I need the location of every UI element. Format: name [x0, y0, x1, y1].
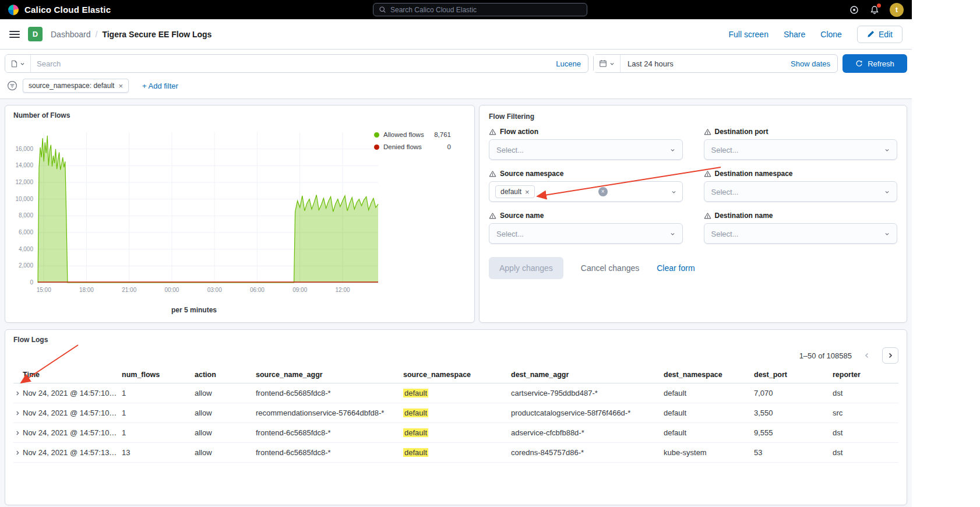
highlighted-value: default [403, 448, 428, 457]
saved-query-menu-button[interactable] [5, 55, 31, 72]
cell-action: allow [195, 409, 256, 417]
legend-value: 0 [447, 143, 451, 150]
top-navigation-bar: Calico Cloud Elastic t [0, 0, 912, 19]
warning-icon [704, 128, 711, 136]
clear-form-button[interactable]: Clear form [657, 263, 695, 273]
filter-bar: source_namespace: default × + Add filter [0, 78, 912, 99]
destination-namespace-select[interactable]: Select... [704, 181, 898, 202]
cell-dest-name-aggr: productcatalogservice-58f76f466d-* [511, 409, 664, 417]
cell-reporter: dst [833, 389, 898, 397]
cell-source-name-aggr: frontend-6c5685fdc8-* [256, 448, 403, 457]
legend-item-allowed-flows[interactable]: Allowed flows 8,761 [374, 131, 451, 138]
query-bar: Lucene Last 24 hours Show dates Refresh [0, 50, 912, 78]
time-range-label[interactable]: Last 24 hours [621, 59, 784, 68]
alerts-bell-icon[interactable] [869, 5, 880, 15]
warning-icon [489, 128, 496, 136]
flow-action-select[interactable]: Select... [489, 139, 683, 160]
selected-value-pill[interactable]: default × [495, 185, 535, 198]
svg-text:6,000: 6,000 [19, 229, 33, 235]
cell-dest-namespace: default [664, 409, 754, 417]
flow-filtering-panel: Flow Filtering Flow action Select... [479, 105, 907, 323]
table-row: Nov 24, 2021 @ 14:57:13.000 13 allow fro… [13, 443, 898, 463]
column-header[interactable]: dest_port [754, 371, 833, 379]
clear-selection-button[interactable]: × [598, 187, 608, 196]
pagination-prev-button[interactable] [861, 350, 873, 361]
global-search-input[interactable] [390, 6, 581, 14]
column-header[interactable]: source_name_aggr [256, 371, 403, 379]
legend-item-denied-flows[interactable]: Denied flows 0 [374, 143, 451, 150]
expand-row-chevron[interactable] [13, 449, 22, 457]
cell-source-namespace: default [403, 428, 511, 437]
saved-query-icon [10, 60, 18, 68]
apply-changes-button[interactable]: Apply changes [489, 257, 563, 279]
destination-port-select[interactable]: Select... [704, 139, 898, 160]
cell-source-name-aggr: recommendationservice-57664dbfd8-* [256, 409, 403, 417]
filter-settings-icon[interactable] [7, 80, 17, 91]
column-header[interactable]: dest_name_aggr [511, 371, 664, 379]
remove-value-icon[interactable]: × [525, 188, 530, 196]
user-avatar[interactable]: t [890, 3, 904, 17]
global-search[interactable] [373, 3, 587, 16]
form-buttons: Apply changes Cancel changes Clear form [489, 257, 897, 279]
chevron-down-icon [609, 61, 615, 66]
x-axis-title: per 5 minutes [5, 306, 383, 314]
column-header[interactable]: source_namespace [403, 371, 511, 379]
remove-filter-icon[interactable]: × [118, 82, 123, 90]
expand-row-chevron[interactable] [13, 409, 22, 417]
cell-source-namespace: default [403, 448, 511, 457]
query-language-toggle[interactable]: Lucene [549, 59, 588, 68]
flow-logs-panel: Flow Logs 1–50 of 108585 Time num_flows … [5, 329, 907, 505]
field-flow-action: Flow action Select... [489, 128, 683, 160]
elastic-logo[interactable] [8, 5, 19, 15]
source-namespace-combobox[interactable]: default × × [489, 181, 683, 202]
source-name-select[interactable]: Select... [489, 223, 683, 244]
cell-source-name-aggr: frontend-6c5685fdc8-* [256, 428, 403, 437]
chevron-down-icon [671, 189, 676, 195]
menu-icon[interactable] [9, 31, 20, 38]
date-quick-menu-button[interactable] [594, 55, 621, 72]
column-header[interactable]: action [195, 371, 256, 379]
legend-value: 8,761 [434, 131, 451, 138]
refresh-button[interactable]: Refresh [842, 54, 907, 73]
cell-dest-name-aggr: cartservice-795ddbd487-* [511, 389, 664, 397]
svg-text:0: 0 [30, 279, 33, 286]
svg-text:2,000: 2,000 [19, 262, 33, 269]
dashboard-area: Number of Flows Allowed flows 8,761 Deni… [0, 99, 912, 507]
column-header[interactable]: Time [23, 371, 122, 379]
expand-row-chevron[interactable] [13, 429, 22, 437]
column-header[interactable]: reporter [833, 371, 898, 379]
add-filter-link[interactable]: + Add filter [142, 82, 178, 90]
dashboard-app-badge[interactable]: D [28, 27, 43, 41]
filter-pill-source-namespace[interactable]: source_namespace: default × [23, 79, 129, 93]
svg-text:06:00: 06:00 [250, 287, 265, 293]
column-header[interactable]: num_flows [122, 371, 195, 379]
cell-time: Nov 24, 2021 @ 14:57:10.000 [23, 428, 122, 437]
svg-text:10,000: 10,000 [15, 196, 33, 202]
warning-icon [489, 212, 496, 220]
cancel-changes-button[interactable]: Cancel changes [581, 263, 639, 273]
cell-dest-name-aggr: coredns-845757d86-* [511, 448, 664, 457]
share-link[interactable]: Share [784, 30, 805, 39]
flow-logs-table: Time num_flows action source_name_aggr s… [13, 366, 898, 463]
column-header[interactable]: dest_namespace [664, 371, 754, 379]
deployment-icon[interactable] [849, 5, 859, 15]
expand-row-chevron[interactable] [13, 389, 22, 397]
pagination-next-button[interactable] [882, 347, 898, 364]
clone-link[interactable]: Clone [820, 30, 842, 39]
full-screen-link[interactable]: Full screen [728, 30, 768, 39]
date-picker: Last 24 hours Show dates [593, 54, 838, 73]
chevron-left-icon [863, 352, 870, 359]
destination-name-select[interactable]: Select... [704, 223, 898, 244]
app-title: Calico Cloud Elastic [24, 5, 111, 15]
svg-text:18:00: 18:00 [79, 287, 94, 293]
panel-title: Flow Filtering [489, 112, 897, 121]
chevron-down-icon [884, 231, 890, 237]
show-dates-button[interactable]: Show dates [784, 59, 837, 68]
edit-button[interactable]: Edit [857, 26, 903, 43]
flow-filtering-form: Flow action Select... Destination port S… [489, 128, 897, 244]
chart-legend: Allowed flows 8,761 Denied flows 0 [374, 131, 451, 150]
svg-text:00:00: 00:00 [164, 287, 179, 293]
breadcrumb-dashboard-link[interactable]: Dashboard [51, 30, 91, 39]
query-input[interactable] [31, 59, 549, 68]
cell-source-name-aggr: frontend-6c5685fdc8-* [256, 389, 403, 397]
